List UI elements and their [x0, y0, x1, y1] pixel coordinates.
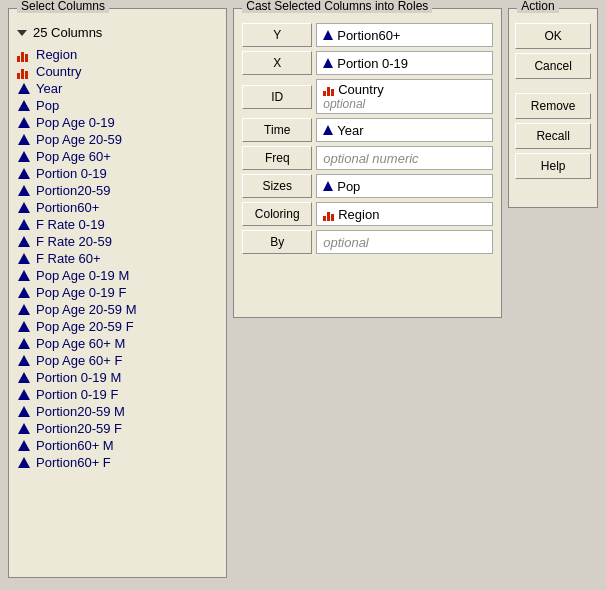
list-item[interactable]: Pop Age 20-59 M — [13, 301, 222, 318]
role-value-time[interactable]: Year — [316, 118, 493, 142]
list-item[interactable]: Year — [13, 80, 222, 97]
list-item[interactable]: Country — [13, 63, 222, 80]
role-value-x[interactable]: Portion 0-19 — [316, 51, 493, 75]
role-btn-x[interactable]: X — [242, 51, 312, 75]
column-name: Portion60+ M — [36, 438, 114, 453]
list-item[interactable]: F Rate 60+ — [13, 250, 222, 267]
role-btn-by[interactable]: By — [242, 230, 312, 254]
action-buttons-container: OKCancelRemoveRecallHelp — [515, 23, 591, 179]
triangle-icon — [17, 303, 31, 317]
dropdown-arrow-icon — [17, 30, 27, 36]
list-item[interactable]: Portion 0-19 — [13, 165, 222, 182]
value-bar-icon — [323, 208, 334, 221]
action-btn-recall[interactable]: Recall — [515, 123, 591, 149]
column-name: F Rate 20-59 — [36, 234, 112, 249]
role-btn-coloring[interactable]: Coloring — [242, 202, 312, 226]
list-item[interactable]: Portion60+ F — [13, 454, 222, 471]
list-item[interactable]: Portion20-59 — [13, 182, 222, 199]
column-name: Portion 0-19 — [36, 166, 107, 181]
optional-label: optional numeric — [323, 151, 418, 166]
column-name: Portion60+ F — [36, 455, 111, 470]
column-name: Pop Age 60+ — [36, 149, 111, 164]
column-name: Portion20-59 — [36, 183, 110, 198]
triangle-icon — [17, 286, 31, 300]
column-name: Pop Age 20-59 F — [36, 319, 134, 334]
list-item[interactable]: Pop Age 0-19 F — [13, 284, 222, 301]
action-panel: Action OKCancelRemoveRecallHelp — [508, 8, 598, 208]
list-item[interactable]: Pop Age 60+ M — [13, 335, 222, 352]
list-item[interactable]: Pop Age 20-59 — [13, 131, 222, 148]
triangle-icon — [17, 405, 31, 419]
triangle-icon — [17, 337, 31, 351]
cast-panel: Cast Selected Columns into Roles YPortio… — [233, 8, 502, 318]
column-name: Portion 0-19 F — [36, 387, 118, 402]
columns-count-label: 25 Columns — [33, 25, 102, 40]
column-name: Portion60+ — [36, 200, 99, 215]
column-name: Pop Age 60+ M — [36, 336, 125, 351]
role-value-text: Pop — [337, 179, 360, 194]
action-btn-cancel[interactable]: Cancel — [515, 53, 591, 79]
action-btn-help[interactable]: Help — [515, 153, 591, 179]
list-item[interactable]: F Rate 0-19 — [13, 216, 222, 233]
list-item[interactable]: Portion60+ — [13, 199, 222, 216]
role-value-y[interactable]: Portion60+ — [316, 23, 493, 47]
column-name: Country — [36, 64, 82, 79]
role-value-by[interactable]: optional — [316, 230, 493, 254]
role-btn-id[interactable]: ID — [242, 85, 312, 109]
column-name: Year — [36, 81, 62, 96]
role-value-text: Portion60+ — [337, 28, 400, 43]
column-name: Pop Age 20-59 M — [36, 302, 136, 317]
triangle-icon — [17, 371, 31, 385]
column-name: Pop Age 20-59 — [36, 132, 122, 147]
list-item[interactable]: Pop Age 0-19 — [13, 114, 222, 131]
column-name: F Rate 60+ — [36, 251, 101, 266]
list-item[interactable]: Portion60+ M — [13, 437, 222, 454]
column-name: F Rate 0-19 — [36, 217, 105, 232]
column-name: Region — [36, 47, 77, 62]
columns-header[interactable]: 25 Columns — [13, 23, 222, 42]
triangle-icon — [17, 388, 31, 402]
role-value-freq[interactable]: optional numeric — [316, 146, 493, 170]
column-name: Pop — [36, 98, 59, 113]
value-triangle-icon — [323, 181, 333, 191]
list-item[interactable]: Portion20-59 F — [13, 420, 222, 437]
triangle-icon — [17, 201, 31, 215]
action-separator — [515, 83, 591, 93]
triangle-icon — [17, 218, 31, 232]
role-btn-freq[interactable]: Freq — [242, 146, 312, 170]
list-item[interactable]: Pop Age 20-59 F — [13, 318, 222, 335]
list-item[interactable]: Pop Age 60+ F — [13, 352, 222, 369]
list-item[interactable]: Portion 0-19 F — [13, 386, 222, 403]
action-btn-ok[interactable]: OK — [515, 23, 591, 49]
optional-label: optional — [323, 235, 369, 250]
triangle-icon — [17, 82, 31, 96]
action-btn-remove[interactable]: Remove — [515, 93, 591, 119]
role-value-id[interactable]: Country optional — [316, 79, 493, 114]
role-btn-sizes[interactable]: Sizes — [242, 174, 312, 198]
cast-panel-title: Cast Selected Columns into Roles — [242, 0, 432, 13]
list-item[interactable]: Pop Age 0-19 M — [13, 267, 222, 284]
list-item[interactable]: Portion20-59 M — [13, 403, 222, 420]
triangle-icon — [17, 99, 31, 113]
list-item[interactable]: Portion 0-19 M — [13, 369, 222, 386]
list-item[interactable]: Pop — [13, 97, 222, 114]
bar-chart-icon — [17, 65, 31, 79]
triangle-icon — [17, 150, 31, 164]
role-value-coloring[interactable]: Region — [316, 202, 493, 226]
triangle-icon — [17, 116, 31, 130]
triangle-icon — [17, 422, 31, 436]
list-item[interactable]: Pop Age 60+ — [13, 148, 222, 165]
triangle-icon — [17, 354, 31, 368]
column-name: Portion20-59 M — [36, 404, 125, 419]
list-item[interactable]: F Rate 20-59 — [13, 233, 222, 250]
role-value-sizes[interactable]: Pop — [316, 174, 493, 198]
triangle-icon — [17, 320, 31, 334]
role-btn-time[interactable]: Time — [242, 118, 312, 142]
list-item[interactable]: Region — [13, 46, 222, 63]
triangle-icon — [17, 439, 31, 453]
column-name: Pop Age 0-19 — [36, 115, 115, 130]
column-name: Portion 0-19 M — [36, 370, 121, 385]
triangle-icon — [17, 252, 31, 266]
main-container: Select Columns 25 Columns Region Country… — [8, 8, 598, 578]
role-btn-y[interactable]: Y — [242, 23, 312, 47]
